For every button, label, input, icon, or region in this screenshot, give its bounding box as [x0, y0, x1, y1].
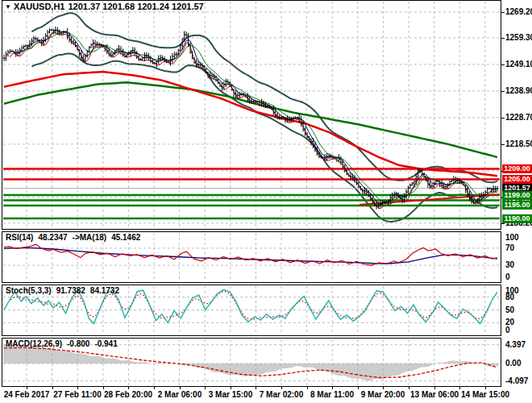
price-level-badge: 1209.00 — [502, 164, 532, 173]
chart-dropdown-icon[interactable]: ▼ — [5, 3, 11, 10]
stoch-axis-label: 0 — [505, 326, 510, 334]
time-axis-tick — [103, 387, 104, 389]
price-axis-label: 1249.10 — [505, 60, 532, 69]
time-axis[interactable]: 24 Feb 201727 Feb 11:0028 Feb 20:002 Mar… — [0, 387, 532, 403]
price-axis-tick — [501, 144, 505, 145]
time-axis-tick — [77, 387, 78, 389]
time-axis-tick — [434, 387, 435, 389]
price-level-badge: 1199.00 — [502, 191, 532, 200]
time-axis-label: 7 Mar 02:00 — [260, 390, 303, 399]
macd-indicator-label: MACD(12,26,9)-0.800-0.941 — [6, 339, 123, 348]
price-axis-label: 1238.90 — [505, 86, 532, 95]
time-axis-label: 3 Mar 15:00 — [209, 390, 252, 399]
time-axis-label: 14 Mar 15:00 — [461, 390, 509, 399]
time-axis-tick — [52, 387, 53, 389]
stoch-axis-label: 80 — [505, 293, 514, 301]
time-axis-tick — [154, 387, 155, 389]
time-axis-label: 24 Feb 2017 — [4, 390, 50, 399]
time-axis-tick — [307, 387, 308, 389]
chart-ohlc-values: 1201.37 1201.68 1201.24 1201.57 — [69, 2, 204, 11]
time-axis-label: 2 Mar 06:00 — [158, 390, 202, 399]
price-axis-tick — [501, 223, 505, 224]
stochastic-indicator-panel[interactable]: Stoch(5,3,3)91.738284.1732 — [2, 285, 501, 336]
time-axis-tick — [281, 387, 282, 389]
rsi-axis-label: 70 — [505, 243, 514, 252]
rsi-indicator-panel[interactable]: RSI(14)48.2347->MA(18)45.1462 — [2, 231, 501, 283]
rsi-axis-label: 100 — [505, 233, 519, 242]
trading-chart-window: ▼XAUUSD,H11201.37 1201.68 1201.24 1201.5… — [0, 0, 532, 403]
main-price-chart[interactable] — [2, 0, 501, 230]
time-axis-tick — [231, 387, 231, 389]
price-axis[interactable]: 1269.201259.301249.101238.901228.701218.… — [501, 0, 532, 387]
time-axis-tick — [409, 387, 409, 389]
price-level-badge: 1190.00 — [502, 214, 532, 223]
price-level-badge: 1205.00 — [502, 175, 532, 184]
price-axis-label: 1228.70 — [505, 113, 532, 122]
time-axis-tick — [205, 387, 206, 389]
stoch-axis-label: 50 — [505, 305, 514, 314]
price-axis-tick — [501, 12, 505, 13]
price-axis-label: 1269.20 — [505, 7, 532, 16]
time-axis-tick — [27, 387, 27, 389]
price-axis-tick — [501, 91, 505, 92]
price-level-badge: 1195.00 — [502, 201, 532, 210]
rsi-axis-label: 30 — [505, 260, 514, 269]
time-axis-label: 8 Mar 11:00 — [310, 390, 354, 399]
macd-axis-label: 0.00 — [505, 359, 521, 368]
chart-title-bar: ▼XAUUSD,H11201.37 1201.68 1201.24 1201.5… — [5, 2, 207, 11]
macd-indicator-panel[interactable]: MACD(12,26,9)-0.800-0.941 — [2, 338, 501, 387]
time-axis-tick — [128, 387, 129, 389]
price-axis-tick — [501, 118, 505, 118]
rsi-axis-label: 0 — [505, 272, 510, 281]
time-axis-label: 9 Mar 20:00 — [361, 390, 405, 399]
price-axis-tick — [501, 38, 505, 39]
time-axis-tick — [383, 387, 384, 389]
macd-axis-label: -4.097 — [505, 376, 528, 385]
price-axis-label: 1259.30 — [505, 33, 532, 42]
time-axis-tick — [459, 387, 460, 389]
macd-axis-label: 4.397 — [505, 340, 526, 349]
chart-symbol-timeframe: XAUUSD,H1 — [14, 2, 65, 11]
stochastic-indicator-label: Stoch(5,3,3)91.738284.1732 — [6, 286, 124, 295]
time-axis-label: 13 Mar 06:00 — [410, 390, 459, 399]
price-axis-tick — [501, 64, 505, 65]
time-axis-label: 27 Feb 11:00 — [53, 390, 101, 399]
time-axis-tick — [256, 387, 256, 389]
price-axis-label: 1218.50 — [505, 139, 532, 148]
time-axis-tick — [180, 387, 181, 389]
time-axis-tick — [358, 387, 359, 389]
time-axis-tick — [485, 387, 486, 389]
time-axis-label: 28 Feb 20:00 — [104, 390, 152, 399]
rsi-indicator-label: RSI(14)48.2347->MA(18)45.1462 — [6, 233, 145, 242]
time-axis-tick — [332, 387, 333, 389]
